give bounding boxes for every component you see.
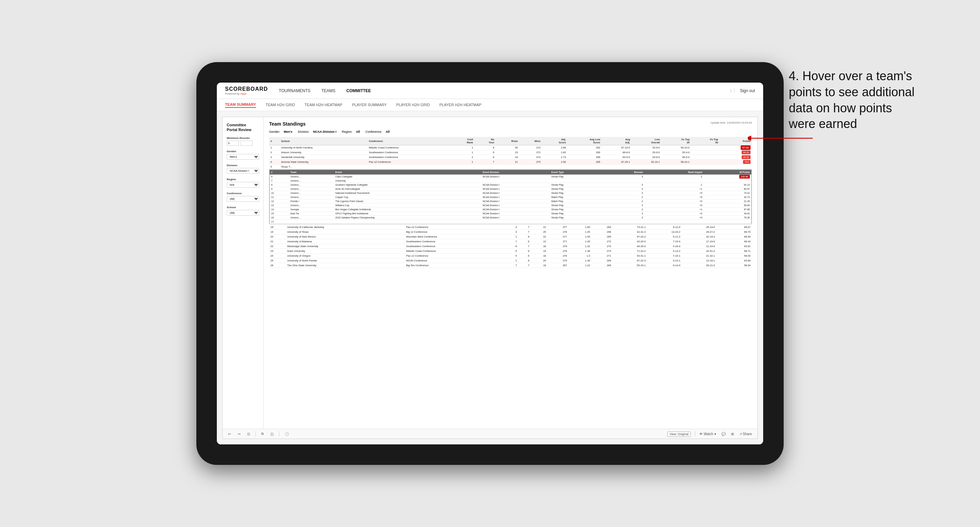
table-row: 22Mississippi State UniversitySoutheaste… [269, 244, 752, 249]
view-original-button[interactable]: View: Original [666, 432, 692, 437]
tablet-device: SCOREBOARD Powered by clippi TOURNAMENTS… [196, 62, 784, 465]
min-rounds-from[interactable] [227, 141, 239, 146]
conference-select[interactable]: (All) [227, 196, 259, 202]
popup-col-rounds: Rounds [604, 170, 644, 175]
app-logo-title: SCOREBOARD [225, 86, 268, 92]
col-avg-adj: AvgAdj. [602, 137, 632, 145]
clock-icon: 🕐 [283, 432, 290, 437]
grid-button[interactable]: ⊞ [730, 432, 735, 437]
col-wins: Wins [519, 137, 542, 145]
table-row: 3 Vanderbilt University Southeastern Con… [269, 155, 752, 160]
points-badge-3[interactable]: 90.32 [742, 155, 751, 159]
comment-button[interactable]: 💬 [720, 432, 727, 437]
right-content: Team Standings Update time: 13/03/2024 1… [264, 117, 757, 429]
table-row: 23Duke UniversityAtlantic Coast Conferen… [269, 249, 752, 254]
popup-row: 10Univers...National Invitational Tourna… [270, 191, 752, 195]
filter-gender: Gender Men's [227, 150, 259, 160]
tab-player-h2h-heatmap[interactable]: PLAYER H2H HEATMAP [439, 102, 482, 108]
popup-row: 11Univers...Copper CupNCAA Division IMat… [270, 195, 752, 199]
tab-team-summary[interactable]: TEAM SUMMARY [225, 102, 256, 108]
nav-links: TOURNAMENTS TEAMS COMMITTEE [279, 87, 371, 95]
popup-row: 16Univers...2023 Sahalee Players Champio… [270, 216, 752, 220]
popup-col-rank-impact: Rank Impact [644, 170, 704, 175]
popup-row: 17 [270, 220, 752, 224]
report-container: Committee Portal Review Minimum Rounds G [222, 117, 758, 439]
standings-table: # School Conference ConfRank NoTour Rnds… [269, 137, 752, 169]
points-badge-2[interactable]: 93.31 [742, 151, 751, 154]
col-vs-top25: Vs Top25 [661, 137, 691, 145]
popup-row: 13Univers...Williams CupNCAA Division IS… [270, 203, 752, 208]
nav-teams[interactable]: TEAMS [321, 87, 335, 95]
filter-division-display: Division: NCAA Division I [298, 130, 336, 133]
update-time: Update time: 13/03/2024 10:03:42 [711, 121, 752, 124]
hover-popup-table: # Team Event Event Division Event Type R… [269, 169, 752, 224]
filter-school: School (All) [227, 206, 259, 216]
school-select[interactable]: (All) [227, 210, 259, 216]
app-logo-subtitle: Powered by clippi [225, 92, 268, 95]
table-row: 18University of California, BerkeleyPac-… [269, 225, 752, 230]
table-row: 26The Ohio State UniversityBig Ten Confe… [269, 263, 752, 268]
table-row: 5 Texas T... [269, 165, 752, 169]
filter-row: Gender: Men's Division: NCAA Division I … [269, 130, 752, 133]
tab-team-h2h-heatmap[interactable]: TEAM H2H HEATMAP [305, 102, 342, 108]
popup-col-event: Event [334, 170, 481, 175]
col-rank: # [269, 137, 280, 145]
sidebar-title: Committee Portal Review [227, 122, 259, 132]
popup-col-w-points: W Points [704, 170, 752, 175]
sign-out-button[interactable]: Sign out [734, 88, 755, 93]
sub-navigation: TEAM SUMMARY TEAM H2H GRID TEAM H2H HEAT… [217, 99, 763, 111]
col-conf-rank: ConfRank [451, 137, 474, 145]
table-row: 24University of OregonPac-12 Conference5… [269, 254, 752, 259]
report-body: Committee Portal Review Minimum Rounds G [223, 117, 757, 429]
tab-player-summary[interactable]: PLAYER SUMMARY [352, 102, 387, 108]
tablet-screen: SCOREBOARD Powered by clippi TOURNAMENTS… [217, 83, 763, 444]
nav-committee[interactable]: COMMITTEE [346, 87, 371, 95]
tab-team-h2h-grid[interactable]: TEAM H2H GRID [266, 102, 295, 108]
popup-col-team: Team [289, 170, 334, 175]
popup-row: 8Univers...Southern Highlands Collegiate… [270, 183, 752, 187]
division-select[interactable]: NCAA Division I [227, 168, 259, 174]
col-adj-score: Adj.Score [542, 137, 567, 145]
filter-conference: Conference (All) [227, 192, 259, 202]
app-logo: SCOREBOARD Powered by clippi [225, 86, 268, 95]
top-navigation: SCOREBOARD Powered by clippi TOURNAMENTS… [217, 83, 763, 99]
share-button[interactable]: ↗ Share [738, 432, 753, 437]
filter-region: Region N/A [227, 178, 259, 188]
annotation-text: 4. Hover over a team's points to see add… [789, 68, 918, 132]
filter-range-rounds [227, 141, 259, 146]
undo-button[interactable]: ↩ [227, 432, 232, 437]
left-sidebar: Committee Portal Review Minimum Rounds G [223, 117, 264, 429]
filter-division: Division NCAA Division I [227, 164, 259, 174]
min-rounds-to[interactable] [240, 141, 253, 146]
copy-button[interactable]: ⧉ [260, 431, 265, 437]
table-row: 2 Auburn University Southeastern Confere… [269, 150, 752, 155]
points-badge-1[interactable]: 97.02 [741, 145, 751, 150]
table-row: 20University of New MexicoMountain West … [269, 235, 752, 239]
popup-row: 7Univers...University [270, 179, 752, 183]
popup-row: 6Univers...Cabo CollegiateNCAA Division … [270, 175, 752, 179]
tab-player-h2h-grid[interactable]: PLAYER H2H GRID [396, 102, 430, 108]
filter-gender-display: Gender: Men's [269, 130, 292, 133]
col-rnds: Rnds [495, 137, 519, 145]
watch-button[interactable]: 👁 Watch ▾ [698, 432, 718, 437]
toolbar-right-group: View: Original 👁 Watch ▾ 💬 ⊞ ↗ Share [666, 431, 753, 437]
standings-table-bottom: 18University of California, BerkeleyPac-… [269, 225, 752, 268]
popup-row: 9Univers...Amer An IntercollegiateNCAA D… [270, 187, 752, 191]
gender-select[interactable]: Men's [227, 154, 259, 160]
popup-row: 15East TerOFCC Fighting Illini Invitatio… [270, 212, 752, 216]
annotation-area: 4. Hover over a team's points to see add… [789, 68, 918, 132]
paste-button[interactable]: ◫ [269, 432, 275, 437]
points-badge-4[interactable]: 79.5 [743, 160, 751, 164]
popup-points-badge: 110.43 [739, 175, 750, 178]
col-low-overall: LowOverall [632, 137, 661, 145]
redo-button[interactable]: ↪ [236, 432, 242, 437]
main-content: Committee Portal Review Minimum Rounds G [217, 111, 763, 444]
nav-tournaments[interactable]: TOURNAMENTS [279, 87, 310, 95]
table-row: 25University of North FloridaASUN Confer… [269, 259, 752, 263]
zoom-fit-button[interactable]: ⊡ [246, 432, 251, 437]
popup-inner-table: # Team Event Event Division Event Type R… [269, 170, 752, 224]
col-no-tour: NoTour [474, 137, 495, 145]
region-select[interactable]: N/A [227, 182, 259, 188]
popup-row: 14GeorgiaBen Hogan Collegiate Invitation… [270, 208, 752, 212]
table-row: 19University of TexasBig 12 Conference37… [269, 230, 752, 235]
